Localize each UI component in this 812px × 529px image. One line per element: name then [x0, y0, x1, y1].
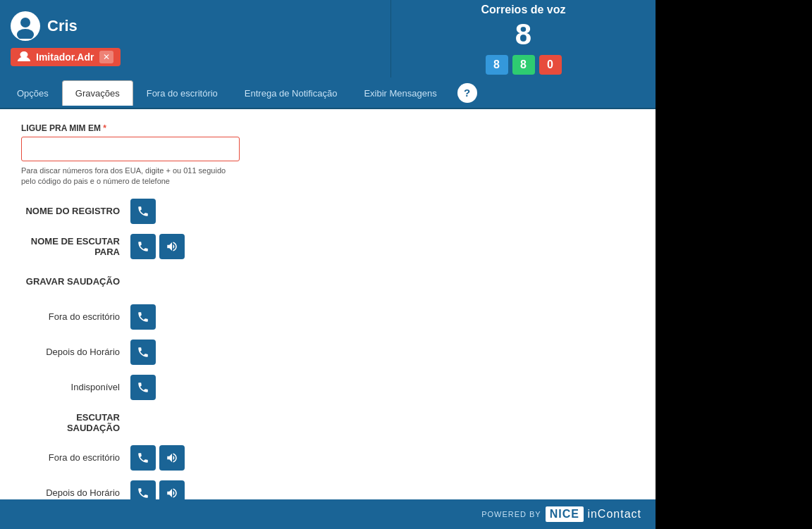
- imitador-close-button[interactable]: ✕: [99, 51, 113, 63]
- nome-escutar-speaker-button[interactable]: [159, 234, 185, 259]
- gravar-fora-phone-button[interactable]: [130, 304, 156, 330]
- nome-escutar-phone-button[interactable]: [130, 234, 156, 259]
- nice-box: NICE: [546, 506, 584, 522]
- footer: POWERED BY NICE inContact: [0, 499, 656, 529]
- ligue-input[interactable]: [21, 137, 240, 161]
- row-gravar-fora: Fora do escritório: [21, 304, 634, 330]
- content: LIGUE PRA MIM EM * Para discar números f…: [0, 109, 656, 499]
- escutar-fora-label: Fora do escritório: [21, 452, 130, 463]
- voicemail-title: Correios de voz: [481, 4, 565, 16]
- escutar-depois-label: Depois do Horário: [21, 487, 130, 498]
- powered-by-text: POWERED BY: [481, 510, 541, 518]
- nome-registro-label: NOME DO REGISTRO: [21, 206, 130, 216]
- tab-fora-do-escritorio[interactable]: Fora do escritório: [133, 80, 231, 106]
- required-star: *: [103, 123, 106, 133]
- tab-gravacoes[interactable]: Gravações: [62, 80, 133, 106]
- header-right: Correios de voz 8 8 8 0: [391, 0, 656, 77]
- gravar-saudacao-label: GRAVAR SAUDAÇÃO: [21, 276, 130, 287]
- row-escutar-fora: Fora do escritório: [21, 444, 634, 471]
- imitador-badge[interactable]: Imitador.Adr ✕: [11, 48, 121, 66]
- header: Cris Imitador.Adr ✕ Correios de voz 8 8 …: [0, 0, 656, 77]
- gravar-indisponivel-phone-button[interactable]: [130, 375, 156, 400]
- imitador-icon: [18, 51, 30, 63]
- avatar: [11, 11, 40, 41]
- nav-tabs: Opções Gravações Fora do escritório Entr…: [0, 77, 656, 109]
- tab-exibir-mensagens[interactable]: Exibir Mensagens: [350, 80, 450, 106]
- powered-by: POWERED BY NICE inContact: [481, 506, 641, 522]
- user-name: Cris: [47, 17, 78, 35]
- hint-text: Para discar números fora dos EUA, digite…: [21, 166, 240, 187]
- help-button[interactable]: ?: [457, 83, 477, 103]
- voicemail-badges: 8 8 0: [486, 55, 562, 75]
- tab-entrega-notificacao[interactable]: Entrega de Notificação: [231, 80, 351, 106]
- gravar-indisponivel-label: Indisponível: [21, 382, 130, 392]
- row-nome-registro: NOME DO REGISTRO: [21, 198, 634, 225]
- badge-blue: 8: [486, 55, 508, 75]
- gravar-depois-phone-button[interactable]: [130, 340, 156, 365]
- incontact-text: inContact: [584, 508, 641, 521]
- svg-point-1: [17, 29, 34, 39]
- rows-section: NOME DO REGISTRO NOME DE ESCUTARPARA GRA…: [21, 198, 634, 499]
- row-gravar-indisponivel: Indisponível: [21, 374, 634, 401]
- escutar-fora-speaker-button[interactable]: [159, 445, 185, 471]
- badge-red: 0: [539, 55, 562, 75]
- nome-registro-phone-button[interactable]: [130, 199, 156, 224]
- nome-escutar-label: NOME DE ESCUTARPARA: [21, 236, 130, 257]
- ligue-label: LIGUE PRA MIM EM *: [21, 123, 634, 133]
- badge-green: 8: [512, 55, 535, 75]
- row-gravar-saudacao-title: GRAVAR SAUDAÇÃO: [21, 268, 634, 295]
- nice-text: NICE: [550, 508, 579, 520]
- header-left: Cris Imitador.Adr ✕: [0, 0, 391, 77]
- imitador-label: Imitador.Adr: [36, 51, 94, 63]
- user-row: Cris: [11, 11, 380, 41]
- tab-opcoes[interactable]: Opções: [4, 80, 62, 106]
- escutar-saudacao-label: ESCUTAR SAUDAÇÃO: [21, 412, 130, 433]
- escutar-depois-speaker-button[interactable]: [159, 480, 185, 499]
- row-gravar-depois: Depois do Horário: [21, 339, 634, 366]
- escutar-depois-phone-button[interactable]: [130, 480, 156, 499]
- row-escutar-depois: Depois do Horário: [21, 480, 634, 499]
- nice-logo: NICE inContact: [546, 506, 641, 522]
- ligue-field-group: LIGUE PRA MIM EM * Para discar números f…: [21, 123, 634, 187]
- voicemail-count: 8: [515, 20, 531, 49]
- row-escutar-saudacao-title: ESCUTAR SAUDAÇÃO: [21, 409, 634, 436]
- gravar-fora-label: Fora do escritório: [21, 311, 130, 322]
- escutar-fora-phone-button[interactable]: [130, 445, 156, 471]
- row-nome-escutar: NOME DE ESCUTARPARA: [21, 233, 634, 260]
- svg-point-0: [20, 18, 30, 27]
- gravar-depois-label: Depois do Horário: [21, 347, 130, 357]
